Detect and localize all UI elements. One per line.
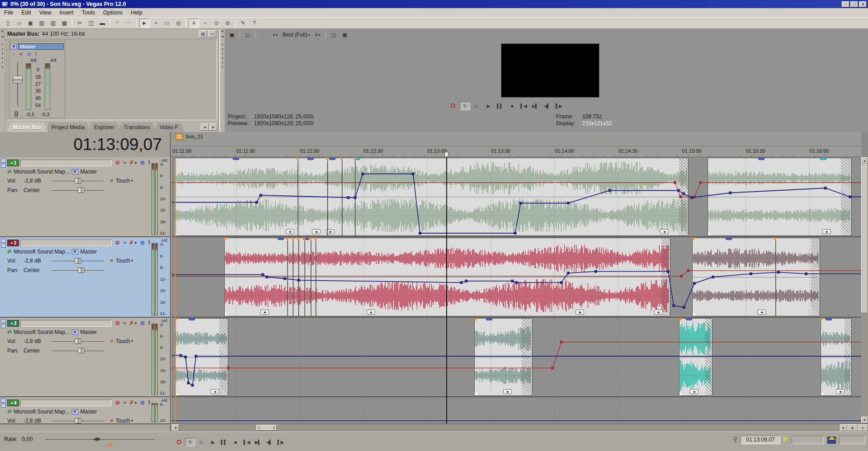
bus-assign-icon[interactable] <box>72 409 78 414</box>
new-project[interactable]: ▯ <box>3 19 13 28</box>
track-minimize-button[interactable] <box>1 319 6 323</box>
solo-button[interactable]: ⊘ <box>140 160 145 166</box>
external-monitor-icon[interactable]: ◻ <box>243 30 253 39</box>
previous-frame-button[interactable]: ◀▍ <box>264 438 274 446</box>
record-button[interactable] <box>174 438 184 446</box>
solo-button[interactable]: ⊘ <box>140 320 145 326</box>
mixer-properties[interactable]: ▭ <box>208 30 216 38</box>
fade-in-handle[interactable] <box>693 312 697 316</box>
master-channel-strip[interactable]: Master ◌✳⊘! -Inf.-Inf. 91827364554 <box>9 41 65 118</box>
audio-event[interactable] <box>174 158 689 236</box>
zoom-in-time-button[interactable]: + <box>847 424 858 431</box>
track-header-2[interactable]: ◄2≈✗▾⊘!⇄Microsoft Sound Map...MasterVol:… <box>0 237 170 318</box>
maximize-button[interactable]: □ <box>850 1 858 7</box>
bus-dim-icon[interactable]: ! <box>35 51 36 57</box>
volume-slider[interactable] <box>52 338 104 344</box>
tab-scroll-right[interactable]: ▸ <box>209 123 217 131</box>
audio-event[interactable] <box>224 238 670 316</box>
audio-event[interactable] <box>679 318 712 396</box>
event-gain-handle[interactable]: ◂|▸ <box>312 229 321 234</box>
drag-grip[interactable] <box>222 44 223 70</box>
next-frame-button[interactable]: ▍▶ <box>275 438 286 446</box>
volume-slider-thumb[interactable] <box>75 178 81 183</box>
pan-slider[interactable] <box>52 348 104 354</box>
open-project[interactable]: ▱ <box>14 19 24 28</box>
track-minimize-button[interactable] <box>1 159 6 163</box>
shuttle-handle[interactable]: ◂◆▸ <box>93 436 100 442</box>
cut[interactable]: ✂ <box>75 19 85 28</box>
audio-event[interactable] <box>474 318 532 396</box>
menu-edit[interactable]: Edit <box>17 9 35 17</box>
preview-quality[interactable]: Best (Full)▾ <box>281 30 311 39</box>
insert-assignable-fx-icon[interactable]: ◌ <box>12 51 15 57</box>
vertical-scrollbar[interactable]: ▴ ▾ <box>861 157 868 423</box>
fade-in-handle[interactable] <box>225 312 229 316</box>
pin-icon[interactable]: ◂ <box>220 34 225 39</box>
event-gain-handle[interactable]: ◂|▸ <box>326 229 335 234</box>
pin-icon[interactable]: ◂ <box>0 34 5 39</box>
project-properties[interactable]: ▤ <box>37 19 47 28</box>
automation-settings-icon[interactable]: ✳ <box>108 418 116 424</box>
timeline-cursor-handle[interactable] <box>444 152 448 157</box>
event-gain-handle[interactable]: ◂|▸ <box>757 310 766 315</box>
tab-project-media[interactable]: Project Media <box>46 122 90 132</box>
automation-settings-icon[interactable]: ✳ <box>108 258 116 264</box>
selection-edit-tool[interactable]: ▭ <box>162 19 172 28</box>
preview-play-from-start-button[interactable]: ▷ <box>472 102 482 110</box>
mute-button[interactable]: ✗▾ <box>129 240 137 246</box>
track-maximize-button[interactable] <box>1 164 6 168</box>
scroll-down-button[interactable]: ▾ <box>861 417 868 423</box>
event-gain-handle[interactable]: ◂|▸ <box>822 229 831 234</box>
audio-event[interactable] <box>821 318 852 396</box>
hscroll-track[interactable] <box>179 424 840 431</box>
whats-this-help[interactable]: ? <box>249 19 259 28</box>
pan-slider-thumb[interactable] <box>78 188 85 193</box>
fade-in-handle[interactable] <box>679 391 684 395</box>
track-envelope-icon[interactable]: ≈ <box>123 160 126 166</box>
track-content-3[interactable]: ◂|▸◂|▸◂|▸◂|▸ <box>172 318 861 397</box>
volume-slider-thumb[interactable] <box>75 338 81 344</box>
bus-assign-icon[interactable] <box>72 169 78 174</box>
menu-tools[interactable]: Tools <box>78 9 99 17</box>
copy-snapshot-icon[interactable]: ◫ <box>329 30 339 39</box>
input-routing-icon[interactable]: ⇄ <box>7 329 11 335</box>
track-header-3[interactable]: ◄3≈✗▾⊘!⇄Microsoft Sound Map...MasterVol:… <box>0 318 170 397</box>
preview-play-button[interactable]: ▶ <box>483 102 494 110</box>
audio-event[interactable] <box>175 318 228 396</box>
audio-event[interactable] <box>708 158 852 236</box>
normal-edit-tool[interactable]: ► <box>139 19 150 28</box>
scroll-right-button[interactable]: ▸ <box>840 424 847 431</box>
automation-mode[interactable]: Touch <box>116 258 130 264</box>
time-ruler[interactable]: 01:11:0001:11:3001:12:0001:12:3001:13:00… <box>172 146 861 157</box>
save-project[interactable]: ▣ <box>25 19 36 28</box>
invert-phase-button[interactable]: ! <box>148 320 150 326</box>
track-envelope-icon[interactable]: ≈ <box>123 320 126 326</box>
track-maximize-button[interactable] <box>1 324 6 328</box>
close-button[interactable]: ✕ <box>859 1 867 7</box>
fade-in-handle[interactable] <box>175 391 179 395</box>
tab-master-bus[interactable]: Master Bus <box>7 122 48 132</box>
go-to-start-button[interactable]: ▍◀ <box>241 438 252 446</box>
pause-button[interactable]: ▍▍ <box>219 438 229 446</box>
event-gain-handle[interactable]: ◂|▸ <box>211 389 219 394</box>
event-gain-handle[interactable]: ◂|▸ <box>576 310 584 315</box>
video-frame[interactable] <box>501 43 599 98</box>
pan-slider[interactable] <box>52 267 104 273</box>
go-to-end-button[interactable]: ▶▍ <box>253 438 263 446</box>
cursor-time-display[interactable]: 01:13:09,07 <box>0 132 170 157</box>
event-gain-handle[interactable]: ◂|▸ <box>286 229 294 234</box>
track-minimize-button[interactable] <box>1 399 6 403</box>
vscroll-track[interactable] <box>861 313 868 417</box>
bus-mute-icon[interactable]: ⊘ <box>27 51 31 57</box>
tab-transitions[interactable]: Transitions <box>118 122 156 132</box>
fader-thumb[interactable] <box>13 76 23 83</box>
solo-button[interactable]: ⊘ <box>140 240 145 246</box>
zoom-edit-tool[interactable]: ◎ <box>173 19 184 28</box>
input-routing-icon[interactable]: ⇄ <box>7 169 11 174</box>
play-from-start-button[interactable]: ▷ <box>196 438 207 446</box>
event-gain-handle[interactable]: ◂|▸ <box>660 229 669 234</box>
invert-phase-button[interactable]: ! <box>148 399 150 406</box>
automation-mode[interactable]: Touch <box>116 178 130 184</box>
automation-settings-icon[interactable]: ✳ <box>108 338 116 344</box>
bus-assign-icon[interactable] <box>72 329 78 335</box>
